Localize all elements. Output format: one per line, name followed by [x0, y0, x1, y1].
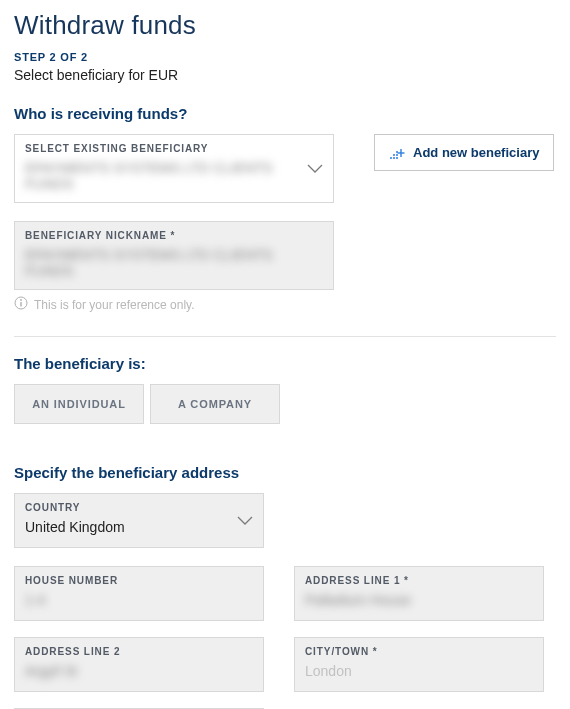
- toggle-company[interactable]: A COMPANY: [150, 384, 280, 424]
- toggle-individual[interactable]: AN INDIVIDUAL: [14, 384, 144, 424]
- section-heading-receiving: Who is receiving funds?: [14, 105, 556, 122]
- city-label: CITY/TOWN *: [305, 646, 533, 657]
- country-label: COUNTRY: [25, 502, 253, 513]
- select-beneficiary-dropdown[interactable]: SELECT EXISTING BENEFICIARY EPAYMENTS SY…: [14, 134, 334, 203]
- svg-point-1: [393, 154, 395, 156]
- address-line1-label: ADDRESS LINE 1 *: [305, 575, 533, 586]
- divider: [14, 336, 556, 337]
- add-new-beneficiary-button[interactable]: Add new beneficiary: [374, 134, 554, 171]
- select-beneficiary-label: SELECT EXISTING BENEFICIARY: [25, 143, 323, 154]
- svg-point-5: [396, 157, 398, 159]
- svg-point-2: [393, 157, 395, 159]
- country-dropdown[interactable]: COUNTRY United Kingdom: [14, 493, 264, 548]
- beneficiary-nickname-field[interactable]: BENEFICIARY NICKNAME * EPAYMENTS SYSTEMS…: [14, 221, 334, 290]
- nickname-helper-text: This is for your reference only.: [34, 298, 195, 312]
- city-field[interactable]: CITY/TOWN * London: [294, 637, 544, 692]
- svg-point-4: [396, 154, 398, 156]
- house-number-field[interactable]: HOUSE NUMBER 1-4: [14, 566, 264, 621]
- address-line2-value: Argyll St: [25, 663, 253, 681]
- section-heading-beneficiary-type: The beneficiary is:: [14, 355, 556, 372]
- add-new-beneficiary-label: Add new beneficiary: [413, 145, 539, 160]
- house-number-value: 1-4: [25, 592, 253, 610]
- address-line2-label: ADDRESS LINE 2: [25, 646, 253, 657]
- house-number-label: HOUSE NUMBER: [25, 575, 253, 586]
- chevron-down-icon: [237, 516, 253, 526]
- add-icon: [389, 146, 405, 160]
- address-line1-field[interactable]: ADDRESS LINE 1 * Palladium House: [294, 566, 544, 621]
- section-heading-address: Specify the beneficiary address: [14, 464, 556, 481]
- address-line1-value: Palladium House: [305, 592, 533, 610]
- page-title: Withdraw funds: [14, 10, 556, 41]
- address-line2-field[interactable]: ADDRESS LINE 2 Argyll St: [14, 637, 264, 692]
- step-indicator: STEP 2 OF 2: [14, 51, 556, 63]
- city-value: London: [305, 663, 533, 681]
- svg-point-0: [390, 157, 392, 159]
- country-value: United Kingdom: [25, 519, 253, 537]
- chevron-down-icon: [307, 164, 323, 174]
- svg-point-9: [20, 299, 22, 301]
- beneficiary-nickname-label: BENEFICIARY NICKNAME *: [25, 230, 323, 241]
- info-icon: [14, 296, 28, 314]
- svg-rect-10: [20, 302, 21, 307]
- select-beneficiary-value: EPAYMENTS SYSTEMS LTD CLIENTS FUNDS: [25, 160, 323, 192]
- page-subtitle: Select beneficiary for EUR: [14, 67, 556, 83]
- beneficiary-nickname-value: EPAYMENTS SYSTEMS LTD CLIENTS FUNDS: [25, 247, 323, 279]
